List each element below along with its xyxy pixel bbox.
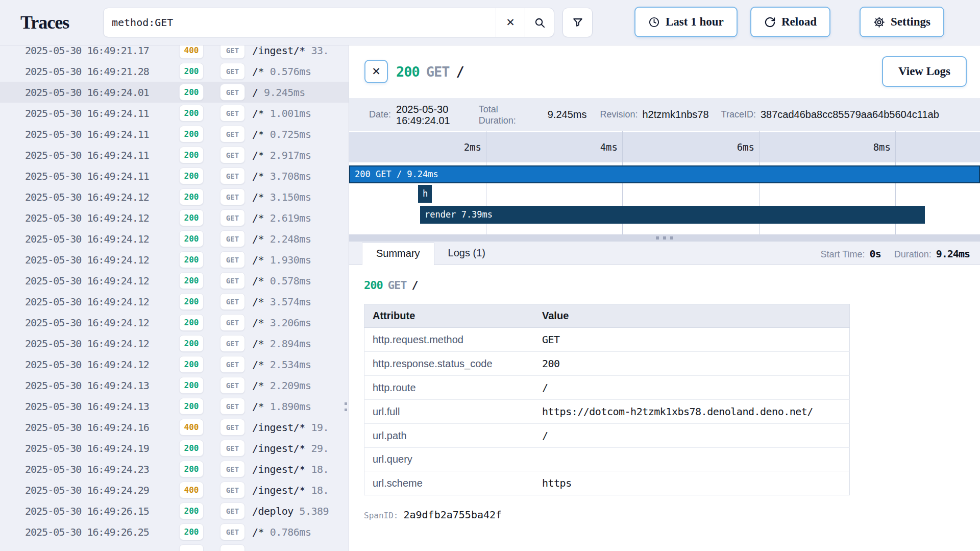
timeline-resize-handle[interactable]: [349, 234, 980, 242]
search-icon: [534, 17, 546, 29]
trace-row[interactable]: 2025-05-30 16:49:24.12200GET/* 3.206ms: [0, 312, 349, 333]
trace-row[interactable]: 2025-05-30 16:49:24.12200GET/* 3.150ms: [0, 186, 349, 207]
trace-row[interactable]: 2025-05-30 16:49:24.11200GET/* 2.917ms: [0, 145, 349, 165]
timeline-span-bar[interactable]: 200 GET / 9.24ms: [349, 165, 980, 183]
trace-list: 2025-05-30 16:49:21.17400GET/ingest/* 33…: [0, 45, 349, 551]
span-method: GET: [388, 279, 407, 292]
trace-row[interactable]: 2025-05-30 16:49:24.12200GET/* 0.578ms: [0, 270, 349, 291]
trace-timestamp: 2025-05-30 16:49:24.11: [25, 149, 172, 161]
status-badge: 200: [179, 335, 204, 352]
trace-row[interactable]: 2025-05-30 16:49:24.23200GET/ingest/* 18…: [0, 459, 349, 480]
top-bar: Traces ✕: [0, 0, 980, 45]
span-duration-value: 9.24ms: [936, 248, 970, 260]
trace-timestamp: 2025-05-30 16:49:24.01: [25, 86, 172, 99]
trace-duration: 19.: [305, 421, 329, 434]
trace-duration: 1.001ms: [264, 107, 311, 119]
method-badge: GET: [220, 502, 245, 519]
trace-row[interactable]: 2025-05-30 16:49:24.01200GET/ 9.245ms: [0, 82, 349, 103]
trace-row[interactable]: 2025-05-30 16:49:24.29400GET/ingest/* 18…: [0, 480, 349, 500]
attribute-row: url.query: [364, 448, 850, 471]
attribute-value: 200: [534, 352, 850, 376]
trace-row[interactable]: [0, 542, 349, 551]
trace-path: /ingest/* 18.: [252, 463, 349, 475]
trace-duration: 1.930ms: [264, 254, 311, 266]
trace-path: /* 0.576ms: [252, 65, 349, 78]
view-logs-label: View Logs: [898, 65, 950, 78]
trace-row[interactable]: 2025-05-30 16:49:24.12200GET/* 2.619ms: [0, 207, 349, 228]
path-text: /*: [252, 149, 264, 161]
filter-button[interactable]: [562, 8, 593, 37]
attribute-value: https://dotcom-h2tzmk1xbs78.denoland.den…: [534, 400, 850, 424]
method-badge: GET: [220, 63, 245, 80]
method-badge: GET: [220, 45, 245, 59]
trace-duration: 18.: [305, 484, 329, 496]
attribute-row: url.schemehttps: [364, 471, 850, 495]
status-badge: 200: [179, 502, 204, 519]
reload-label: Reload: [781, 15, 817, 29]
tab-logs[interactable]: Logs (1): [434, 243, 499, 265]
trace-path: /* 0.725ms: [252, 128, 349, 140]
detail-tabs: Summary Logs (1) Start Time: 0s Duration…: [349, 242, 980, 265]
timeline-span-bar[interactable]: render 7.39ms: [420, 206, 925, 224]
status-badge: 200: [179, 293, 204, 310]
trace-row[interactable]: 2025-05-30 16:49:24.11200GET/* 3.708ms: [0, 165, 349, 186]
settings-button[interactable]: Settings: [860, 7, 944, 37]
close-detail-button[interactable]: ✕: [364, 60, 388, 83]
trace-row[interactable]: 2025-05-30 16:49:24.16400GET/ingest/* 19…: [0, 417, 349, 438]
trace-row[interactable]: 2025-05-30 16:49:24.13200GET/* 1.890ms: [0, 396, 349, 417]
trace-timestamp: 2025-05-30 16:49:24.12: [25, 212, 172, 224]
trace-path: /ingest/* 29.: [252, 442, 349, 454]
trace-path: /* 1.001ms: [252, 107, 349, 119]
time-range-button[interactable]: Last 1 hour: [634, 7, 738, 37]
attribute-name: url.query: [364, 448, 534, 471]
reload-icon: [764, 16, 776, 28]
trace-path: /* 2.917ms: [252, 149, 349, 161]
trace-row[interactable]: 2025-05-30 16:49:24.12200GET/* 2.894ms: [0, 333, 349, 354]
trace-duration: 2.248ms: [264, 233, 311, 245]
path-text: /ingest/*: [252, 463, 305, 475]
method-badge: GET: [220, 419, 245, 436]
trace-row[interactable]: 2025-05-30 16:49:21.17400GET/ingest/* 33…: [0, 45, 349, 61]
method-badge: GET: [220, 147, 245, 163]
path-text: /*: [252, 400, 264, 413]
method-badge: GET: [220, 167, 245, 184]
trace-row[interactable]: 2025-05-30 16:49:24.12200GET/* 2.534ms: [0, 354, 349, 375]
method-badge: GET: [220, 335, 245, 352]
panel-resize-handle[interactable]: [345, 402, 348, 415]
trace-duration: 33.: [305, 45, 329, 57]
attribute-row: http.response.status_code200: [364, 352, 850, 376]
timeline-span-bar[interactable]: h: [418, 185, 432, 203]
trace-duration: 18.: [305, 463, 329, 475]
trace-row[interactable]: 2025-05-30 16:49:24.12200GET/* 3.574ms: [0, 291, 349, 312]
search-button[interactable]: [525, 8, 554, 37]
path-text: /*: [252, 191, 264, 203]
attribute-value: GET: [534, 328, 850, 352]
attribute-column-header: Attribute: [364, 304, 534, 328]
trace-row[interactable]: 2025-05-30 16:49:24.13200GET/* 2.209ms: [0, 375, 349, 396]
trace-path: /* 1.930ms: [252, 254, 349, 266]
method-badge: GET: [220, 377, 245, 394]
trace-row[interactable]: 2025-05-30 16:49:24.12200GET/* 1.930ms: [0, 249, 349, 270]
trace-duration: 29.: [305, 442, 329, 454]
trace-row[interactable]: 2025-05-30 16:49:24.11200GET/* 0.725ms: [0, 124, 349, 145]
trace-row[interactable]: 2025-05-30 16:49:26.15200GET/deploy 5.38…: [0, 500, 349, 521]
trace-timestamp: 2025-05-30 16:49:24.12: [25, 254, 172, 266]
tab-summary[interactable]: Summary: [362, 243, 434, 265]
attribute-row: http.request.methodGET: [364, 328, 850, 352]
search-input[interactable]: [104, 8, 496, 37]
path-text: /*: [252, 128, 264, 140]
status-badge: 200: [179, 251, 204, 268]
trace-timestamp: 2025-05-30 16:49:24.12: [25, 317, 172, 329]
trace-row[interactable]: 2025-05-30 16:49:24.19200GET/ingest/* 29…: [0, 438, 349, 459]
trace-duration: 0.786ms: [264, 526, 311, 538]
reload-button[interactable]: Reload: [750, 7, 830, 37]
trace-row[interactable]: 2025-05-30 16:49:26.25200GET/* 0.786ms: [0, 521, 349, 542]
attribute-table-body: http.request.methodGEThttp.response.stat…: [364, 328, 850, 495]
trace-row[interactable]: 2025-05-30 16:49:21.28200GET/* 0.576ms: [0, 61, 349, 82]
trace-row[interactable]: 2025-05-30 16:49:24.11200GET/* 1.001ms: [0, 103, 349, 124]
clear-search-button[interactable]: ✕: [496, 8, 525, 37]
trace-timestamp: 2025-05-30 16:49:21.17: [25, 45, 172, 57]
view-logs-button[interactable]: View Logs: [882, 56, 967, 87]
trace-row[interactable]: 2025-05-30 16:49:24.12200GET/* 2.248ms: [0, 228, 349, 249]
path-text: /*: [252, 358, 264, 371]
